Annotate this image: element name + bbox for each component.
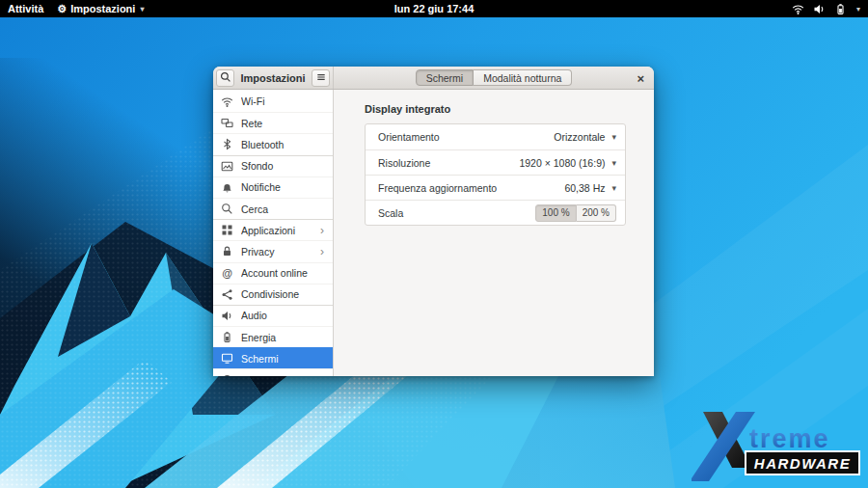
titlebar[interactable]: Impostazioni SchermiModalità notturna ×	[213, 67, 654, 90]
sidebar: Wi-FiReteBluetoothSfondoNotificheCercaAp…	[213, 90, 334, 376]
row-value-text: Orizzontale	[554, 131, 605, 143]
setting-label: Risoluzione	[378, 157, 519, 169]
setting-row-scala[interactable]: Scala100 %200 %	[366, 200, 625, 225]
sidebar-item-label: Audio	[241, 310, 325, 321]
logo-treme-text: treme	[749, 424, 830, 453]
setting-row-frequenza-aggiornamento[interactable]: Frequenza aggiornamento60,38 Hz▾	[366, 175, 625, 200]
scale-toggle-group: 100 %200 %	[535, 204, 616, 222]
at-icon: @	[221, 267, 233, 280]
app-menu-label: Impostazioni	[70, 3, 135, 14]
close-button[interactable]: ×	[637, 71, 644, 84]
mouse-icon	[221, 374, 233, 376]
tab-schermi[interactable]: Schermi	[416, 69, 475, 86]
speaker-icon	[221, 310, 233, 322]
display-panel: Display integrato OrientamentoOrizzontal…	[334, 90, 654, 376]
sidebar-item-label: Bluetooth	[241, 139, 325, 150]
volume-icon	[813, 3, 826, 15]
sidebar-item-label: Sfondo	[241, 160, 325, 172]
battery-icon	[221, 331, 233, 343]
system-status-area[interactable]: ▾	[792, 3, 860, 15]
search-icon	[220, 69, 231, 87]
battery-icon	[834, 3, 847, 15]
sidebar-item-energia[interactable]: Energia	[213, 326, 333, 347]
activities-button[interactable]: Attività	[8, 3, 43, 14]
sidebar-item-label: Wi-Fi	[241, 95, 325, 107]
chevron-down-icon: ▾	[611, 158, 616, 168]
sidebar-item-label: Mouse e touchpad	[241, 374, 325, 376]
share-icon	[221, 288, 233, 301]
sidebar-item-wi-fi[interactable]: Wi-Fi	[213, 91, 333, 112]
bell-icon	[221, 181, 233, 194]
sidebar-item-schermi[interactable]: Schermi	[213, 347, 333, 368]
chevron-down-icon: ▾	[140, 5, 144, 14]
chevron-right-icon: ›	[320, 224, 324, 237]
display-settings-card: OrientamentoOrizzontale▾Risoluzione1920 …	[365, 123, 626, 226]
display-icon	[221, 352, 233, 365]
sidebar-item-label: Notifiche	[241, 181, 325, 193]
wifi-icon	[221, 95, 233, 108]
wifi-icon	[792, 3, 804, 15]
sidebar-item-notifiche[interactable]: Notifiche	[213, 176, 333, 198]
sidebar-item-audio[interactable]: Audio	[213, 305, 333, 326]
setting-row-risoluzione[interactable]: Risoluzione1920 × 1080 (16:9)▾	[366, 149, 625, 175]
search-icon	[221, 203, 233, 215]
sidebar-item-sfondo[interactable]: Sfondo	[213, 155, 333, 176]
setting-label: Scala	[378, 207, 535, 219]
sidebar-item-rete[interactable]: Rete	[213, 112, 333, 133]
sidebar-item-applicazioni[interactable]: Applicazioni›	[213, 219, 333, 240]
chevron-right-icon: ›	[320, 245, 324, 258]
settings-window: Impostazioni SchermiModalità notturna × …	[213, 67, 654, 376]
tab-modalit-notturna[interactable]: Modalità notturna	[474, 69, 572, 86]
lock-icon	[221, 245, 233, 258]
sidebar-item-label: Applicazioni	[241, 225, 312, 236]
view-switcher: SchermiModalità notturna	[416, 69, 573, 86]
sidebar-item-label: Privacy	[241, 246, 312, 258]
scale-option-200[interactable]: 200 %	[577, 204, 616, 222]
row-value-text: 60,38 Hz	[564, 182, 605, 194]
top-bar: Attività ⚙ Impostazioni ▾ lun 22 giu 17:…	[0, 0, 868, 17]
row-value-dropdown[interactable]: 60,38 Hz▾	[564, 182, 616, 194]
sidebar-item-label: Account online	[241, 267, 325, 279]
chevron-down-icon: ▾	[611, 132, 616, 142]
desktop: Attività ⚙ Impostazioni ▾ lun 22 giu 17:…	[0, 0, 868, 488]
window-title: Impostazioni	[234, 72, 312, 84]
apps-icon	[221, 224, 233, 236]
sidebar-item-label: Cerca	[241, 203, 325, 215]
search-button[interactable]	[216, 69, 234, 87]
sidebar-item-label: Schermi	[241, 353, 325, 365]
logo-hardware-text: HARDWARE	[754, 455, 851, 472]
scale-option-100[interactable]: 100 %	[535, 204, 576, 222]
titlebar-left: Impostazioni	[213, 67, 334, 89]
chevron-down-icon: ▾	[856, 5, 860, 14]
panel-heading: Display integrato	[365, 103, 654, 115]
xtreme-hardware-logo: treme HARDWARE	[692, 412, 863, 481]
sidebar-item-account-online[interactable]: @Account online	[213, 262, 333, 284]
sidebar-item-cerca[interactable]: Cerca	[213, 198, 333, 219]
sidebar-item-label: Rete	[241, 118, 325, 129]
sidebar-item-bluetooth[interactable]: Bluetooth	[213, 133, 333, 154]
gear-icon: ⚙	[57, 4, 67, 14]
chevron-down-icon: ▾	[611, 183, 616, 193]
row-value-text: 1920 × 1080 (16:9)	[519, 157, 605, 169]
bluetooth-icon	[221, 138, 233, 150]
sidebar-item-condivisione[interactable]: Condivisione	[213, 284, 333, 305]
titlebar-right: SchermiModalità notturna ×	[334, 67, 654, 89]
setting-label: Orientamento	[378, 131, 554, 143]
setting-row-orientamento[interactable]: OrientamentoOrizzontale▾	[366, 124, 625, 149]
sidebar-item-label: Energia	[241, 332, 325, 343]
hamburger-menu-icon	[315, 69, 327, 87]
sidebar-item-mouse-e-touchpad[interactable]: Mouse e touchpad	[213, 368, 333, 376]
sidebar-item-label: Condivisione	[241, 288, 325, 300]
setting-label: Frequenza aggiornamento	[378, 182, 564, 194]
sidebar-item-privacy[interactable]: Privacy›	[213, 240, 333, 261]
menu-button[interactable]	[312, 69, 330, 87]
row-value-dropdown[interactable]: Orizzontale▾	[554, 131, 616, 143]
app-menu-button[interactable]: ⚙ Impostazioni ▾	[57, 3, 144, 14]
network-icon	[221, 117, 233, 129]
row-value-dropdown[interactable]: 1920 × 1080 (16:9)▾	[519, 157, 616, 169]
background-icon	[221, 160, 233, 173]
